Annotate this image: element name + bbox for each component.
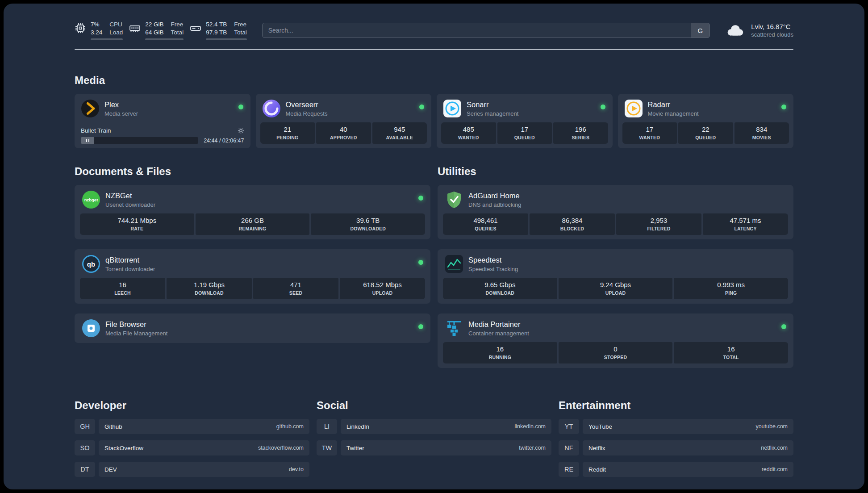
- service-link-overseerr[interactable]: Overseerr Media Requests: [260, 98, 427, 119]
- playback-progress-bar[interactable]: [94, 137, 198, 144]
- cpu-label-1: CPU: [109, 21, 122, 28]
- bookmark-domain: stackoverflow.com: [258, 445, 304, 451]
- app-title: NZBGet: [105, 192, 155, 200]
- stat-wanted: 485 WANTED: [441, 122, 496, 144]
- svg-text:qb: qb: [87, 260, 95, 268]
- bookmark-abbr: NF: [559, 440, 579, 455]
- service-link-qbittorrent[interactable]: qb qBittorrent Torrent downloader: [80, 254, 425, 274]
- stat-stopped: 0 STOPPED: [559, 342, 673, 363]
- cpu-widget: 7%3.24 CPULoad: [75, 21, 123, 40]
- bookmark-domain: twitter.com: [519, 445, 546, 451]
- cpu-progress-bar: [91, 38, 123, 40]
- disk-widget: 52.4 TB97.9 TB FreeTotal: [190, 21, 247, 40]
- card-sonarr: Sonarr Series management 485 WANTED 17 Q…: [437, 94, 613, 148]
- search-input[interactable]: [262, 23, 710, 38]
- stat-queued: 17 QUEUED: [497, 122, 552, 144]
- app-subtitle: Usenet downloader: [105, 201, 155, 208]
- bookmark-abbr: DT: [75, 462, 95, 477]
- bookmark-youtube[interactable]: YT YouTube youtube.com: [559, 419, 793, 434]
- cpu-usage: 7%: [91, 21, 100, 28]
- bookmark-name: YouTube: [588, 423, 612, 430]
- status-indicator: [238, 104, 243, 109]
- bookmark-abbr: RE: [559, 462, 579, 477]
- card-nzbget: nzbget NZBGet Usenet downloader 744.21 M…: [75, 185, 430, 239]
- app-subtitle: Media File Management: [105, 330, 167, 337]
- radarr-icon: [624, 99, 643, 118]
- settings-gear-icon[interactable]: [238, 127, 244, 134]
- service-link-plex[interactable]: Plex Media server: [79, 98, 246, 119]
- bookmark-stackoverflow[interactable]: SO StackOverflow stackoverflow.com: [75, 440, 309, 455]
- nzbget-icon: nzbget: [82, 190, 100, 209]
- card-qbittorrent: qb qBittorrent Torrent downloader 16 LEE…: [75, 249, 430, 304]
- portainer-icon: [445, 319, 463, 338]
- bookmark-github[interactable]: GH Github github.com: [75, 419, 309, 434]
- adguard-icon: [445, 190, 463, 209]
- app-subtitle: Media Requests: [286, 110, 328, 117]
- app-subtitle: Torrent downloader: [105, 266, 155, 272]
- entertainment-section-title: Entertainment: [559, 399, 793, 412]
- stat-blocked: 86,384 BLOCKED: [530, 213, 615, 235]
- card-adguard: AdGuard Home DNS and adblocking 498,461 …: [438, 185, 793, 239]
- service-link-sonarr[interactable]: Sonarr Series management: [441, 98, 608, 119]
- section-documents: Documents & Files nzbget NZBGet Usenet d: [75, 165, 430, 368]
- disk-icon: [190, 22, 201, 34]
- bookmark-name: DEV: [104, 466, 117, 473]
- utilities-section-title: Utilities: [438, 165, 793, 178]
- bookmark-netflix[interactable]: NF Netflix netflix.com: [559, 440, 793, 455]
- documents-section-title: Documents & Files: [75, 165, 430, 178]
- app-title: Media Portainer: [468, 320, 529, 329]
- memory-total: 64 GiB: [145, 29, 163, 36]
- service-link-nzbget[interactable]: nzbget NZBGet Usenet downloader: [80, 189, 425, 210]
- app-title: Overseerr: [286, 100, 328, 109]
- memory-label-1: Free: [171, 21, 184, 28]
- card-speedtest: Speedtest Speedtest Tracking 9.65 Gbps D…: [438, 249, 793, 304]
- stat-ping: 0.993 ms PING: [674, 278, 788, 299]
- bookmark-domain: youtube.com: [755, 423, 788, 430]
- bookmark-name: Twitter: [346, 445, 364, 451]
- playback-time: 24:44 / 02:06:47: [204, 138, 244, 144]
- bookmark-dev[interactable]: DT DEV dev.to: [75, 462, 309, 477]
- status-indicator: [601, 104, 605, 109]
- cpu-icon: [75, 22, 86, 34]
- plex-now-playing: Bullet Train 24:44 / 02:06:4: [79, 127, 246, 144]
- memory-label-2: Total: [171, 29, 184, 36]
- service-link-portainer[interactable]: Media Portainer Container management: [443, 318, 788, 338]
- speedtest-icon: [445, 255, 463, 273]
- stat-available: 945 AVAILABLE: [372, 122, 427, 144]
- app-title: Plex: [104, 100, 138, 109]
- service-link-speedtest[interactable]: Speedtest Speedtest Tracking: [443, 254, 788, 274]
- social-section-title: Social: [317, 399, 551, 412]
- developer-section-title: Developer: [75, 399, 309, 412]
- stat-approved: 40 APPROVED: [316, 122, 371, 144]
- bookmark-twitter[interactable]: TW Twitter twitter.com: [317, 440, 551, 455]
- bookmark-reddit[interactable]: RE Reddit reddit.com: [559, 462, 793, 477]
- section-utilities: Utilities AdGuard Home: [438, 165, 793, 368]
- memory-widget: 22 GiB64 GiB FreeTotal: [129, 21, 184, 40]
- search-bar: G: [262, 23, 710, 38]
- service-link-filebrowser[interactable]: File Browser Media File Management: [80, 318, 425, 338]
- cpu-label-2: Load: [109, 29, 123, 36]
- stat-running: 16 RUNNING: [443, 342, 557, 363]
- search-provider-button[interactable]: G: [691, 23, 709, 38]
- stat-remaining: 266 GB REMAINING: [196, 213, 310, 235]
- plex-icon: [81, 99, 100, 118]
- memory-progress-bar: [145, 38, 184, 40]
- stat-upload: 618.52 Mbps UPLOAD: [340, 278, 425, 299]
- pause-button[interactable]: [81, 137, 94, 144]
- stat-total: 16 TOTAL: [674, 342, 788, 363]
- bookmark-name: Reddit: [588, 466, 606, 473]
- stat-series: 196 SERIES: [553, 122, 608, 144]
- bookmark-group-entertainment: Entertainment YT YouTube youtube.com NF …: [559, 399, 793, 483]
- app-subtitle: Series management: [467, 110, 518, 117]
- app-subtitle: Container management: [468, 330, 529, 337]
- app-title: Radarr: [648, 100, 699, 109]
- service-link-adguard[interactable]: AdGuard Home DNS and adblocking: [443, 189, 788, 210]
- bookmark-linkedin[interactable]: LI LinkedIn linkedin.com: [317, 419, 551, 434]
- memory-icon: [129, 22, 141, 34]
- bookmark-abbr: SO: [75, 440, 95, 455]
- service-link-radarr[interactable]: Radarr Movie management: [622, 98, 789, 119]
- stat-latency: 47.571 ms LATENCY: [703, 213, 788, 235]
- bookmark-group-developer: Developer GH Github github.com SO StackO…: [75, 399, 309, 483]
- bookmark-domain: reddit.com: [762, 466, 788, 472]
- stat-leech: 16 LEECH: [80, 278, 165, 299]
